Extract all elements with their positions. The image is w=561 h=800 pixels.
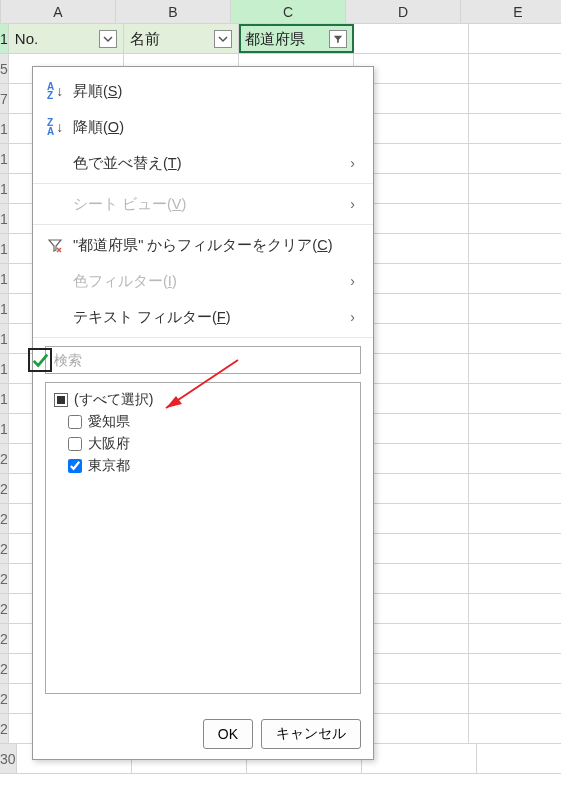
cell[interactable] <box>469 264 561 293</box>
row-header[interactable]: 7 <box>0 84 9 113</box>
row-header[interactable]: 1 <box>0 24 9 53</box>
cell[interactable] <box>469 324 561 353</box>
row-header[interactable]: 2 <box>0 534 9 563</box>
row-header[interactable]: 1 <box>0 234 9 263</box>
row-header[interactable]: 30 <box>0 744 17 773</box>
sheet-view: シート ビュー(V) › <box>33 186 373 222</box>
cell[interactable] <box>469 444 561 473</box>
row-header[interactable]: 2 <box>0 624 9 653</box>
row-header[interactable]: 1 <box>0 384 9 413</box>
filter-dropdown-no[interactable] <box>99 30 117 48</box>
col-header-c[interactable]: C <box>231 0 346 23</box>
sort-descending[interactable]: ZA↓ 降順(O) <box>33 109 373 145</box>
filter-checklist[interactable]: (すべて選択) 愛知県 大阪府 東京都 <box>45 382 361 694</box>
cell[interactable] <box>354 24 469 53</box>
cell[interactable] <box>469 714 561 743</box>
chevron-right-icon: › <box>350 273 355 289</box>
cell[interactable] <box>469 654 561 683</box>
select-all-row[interactable]: (すべて選択) <box>54 389 352 411</box>
cell[interactable] <box>469 474 561 503</box>
col-header-e[interactable]: E <box>461 0 561 23</box>
checkbox-indeterminate-icon <box>54 393 68 407</box>
row-header[interactable]: 1 <box>0 414 9 443</box>
header-label: No. <box>15 28 38 50</box>
filter-item-label: 東京都 <box>88 457 130 475</box>
row-header[interactable]: 2 <box>0 444 9 473</box>
separator <box>33 337 373 338</box>
sort-by-color[interactable]: 色で並べ替え(T) › <box>33 145 373 181</box>
chevron-down-icon <box>218 34 228 44</box>
menu-label: "都道府県" からフィルターをクリア(C) <box>73 236 355 255</box>
filter-item[interactable]: 愛知県 <box>54 411 352 433</box>
row-header[interactable]: 2 <box>0 564 9 593</box>
cancel-button[interactable]: キャンセル <box>261 719 361 749</box>
text-filter[interactable]: テキスト フィルター(F) › <box>33 299 373 335</box>
menu-label: 色フィルター(I) <box>73 272 350 291</box>
menu-label: 降順(O) <box>73 118 355 137</box>
cell[interactable] <box>469 414 561 443</box>
row-header[interactable]: 1 <box>0 114 9 143</box>
cell[interactable] <box>469 84 561 113</box>
col-header-b[interactable]: B <box>116 0 231 23</box>
sort-asc-icon: AZ↓ <box>47 82 73 100</box>
col-header-d[interactable]: D <box>346 0 461 23</box>
header-cell-no[interactable]: No. <box>9 24 124 53</box>
cell[interactable] <box>469 54 561 83</box>
header-label: 名前 <box>130 28 160 50</box>
clear-filter-icon <box>47 237 73 253</box>
filter-checkbox[interactable] <box>68 459 82 473</box>
clear-filter[interactable]: "都道府県" からフィルターをクリア(C) <box>33 227 373 263</box>
cell[interactable] <box>469 174 561 203</box>
row-header[interactable]: 2 <box>0 684 9 713</box>
cell[interactable] <box>469 534 561 563</box>
cell[interactable] <box>469 204 561 233</box>
filter-dropdown-name[interactable] <box>214 30 232 48</box>
cell[interactable] <box>362 744 477 773</box>
sort-ascending[interactable]: AZ↓ 昇順(S) <box>33 73 373 109</box>
cell[interactable] <box>469 684 561 713</box>
filter-menu: AZ↓ 昇順(S) ZA↓ 降順(O) 色で並べ替え(T) › シート ビュー(… <box>32 66 374 760</box>
row-header[interactable]: 1 <box>0 204 9 233</box>
cell[interactable] <box>469 624 561 653</box>
menu-label: 色で並べ替え(T) <box>73 154 350 173</box>
col-header-a[interactable]: A <box>1 0 116 23</box>
row-header[interactable]: 1 <box>0 264 9 293</box>
filter-item[interactable]: 東京都 <box>54 455 352 477</box>
cell[interactable] <box>469 594 561 623</box>
filter-checkbox[interactable] <box>68 437 82 451</box>
chevron-right-icon: › <box>350 196 355 212</box>
filter-item-label: 大阪府 <box>88 435 130 453</box>
row-header[interactable]: 2 <box>0 714 9 743</box>
header-cell-name[interactable]: 名前 <box>124 24 239 53</box>
cell[interactable] <box>469 114 561 143</box>
row-header[interactable]: 1 <box>0 144 9 173</box>
filter-item[interactable]: 大阪府 <box>54 433 352 455</box>
column-headers: A B C D E <box>0 0 561 24</box>
cell[interactable] <box>469 504 561 533</box>
row-header[interactable]: 2 <box>0 654 9 683</box>
row-header[interactable]: 1 <box>0 174 9 203</box>
filter-checkbox[interactable] <box>68 415 82 429</box>
row-header[interactable]: 1 <box>0 294 9 323</box>
cell[interactable] <box>469 144 561 173</box>
row-header[interactable]: 2 <box>0 474 9 503</box>
row-header[interactable]: 5 <box>0 54 9 83</box>
menu-label: テキスト フィルター(F) <box>73 308 350 327</box>
cell[interactable] <box>469 384 561 413</box>
cell[interactable] <box>469 234 561 263</box>
cell[interactable] <box>469 24 561 53</box>
cell[interactable] <box>469 294 561 323</box>
row-header[interactable]: 1 <box>0 324 9 353</box>
cell[interactable] <box>469 354 561 383</box>
row-header[interactable]: 2 <box>0 504 9 533</box>
header-cell-pref[interactable]: 都道府県 <box>239 24 354 53</box>
cell[interactable] <box>469 564 561 593</box>
row-header[interactable]: 2 <box>0 594 9 623</box>
ok-button[interactable]: OK <box>203 719 253 749</box>
chevron-right-icon: › <box>350 309 355 325</box>
filter-search-input[interactable] <box>45 346 361 374</box>
filter-dropdown-pref[interactable] <box>329 30 347 48</box>
header-label: 都道府県 <box>245 28 305 50</box>
cell[interactable] <box>477 744 561 773</box>
row-header[interactable]: 1 <box>0 354 9 383</box>
